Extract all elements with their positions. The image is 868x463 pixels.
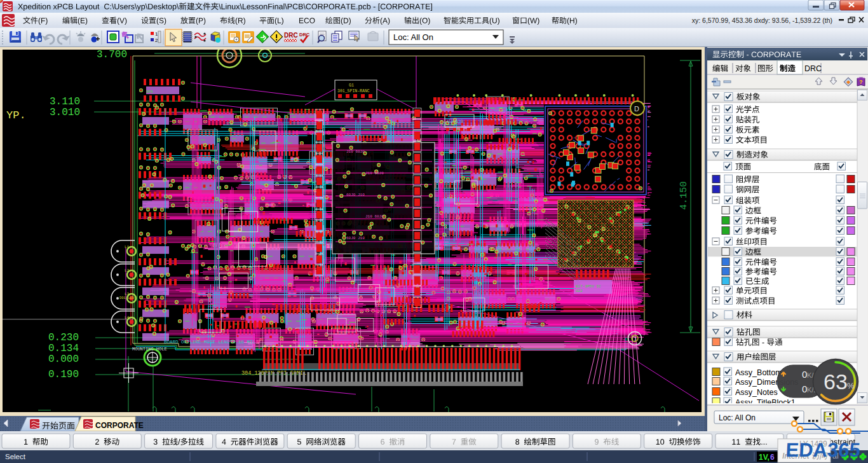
svg-text:Assy_Bottom: Assy_Bottom	[735, 368, 782, 377]
svg-text:3.110: 3.110	[50, 96, 80, 107]
svg-text:DRC: DRC	[804, 64, 822, 73]
svg-text:G1: G1	[349, 83, 354, 88]
svg-text:60J0 J10: 60J0 J10	[346, 236, 365, 240]
svg-text:J10 60J0: J10 60J0	[346, 149, 365, 154]
svg-text:D: D	[634, 105, 639, 113]
svg-text:BOARD OUTLINE MUST LENGTH 10: BOARD OUTLINE MUST LENGTH 10 MIL	[164, 340, 256, 345]
svg-text:D01 LED: D01 LED	[119, 296, 135, 300]
svg-text:63: 63	[824, 370, 848, 394]
svg-text:1V,: 1V,	[759, 453, 770, 462]
svg-text:Select: Select	[5, 453, 26, 460]
svg-text:MOUNTING HOLE: MOUNTING HOLE	[132, 347, 167, 352]
svg-text:Loc: All On: Loc: All On	[719, 413, 756, 422]
svg-text:SP6: SP6	[146, 90, 153, 94]
svg-text:4.150: 4.150	[679, 181, 689, 210]
svg-text:U22: U22	[576, 289, 583, 293]
svg-text:301_5PIN-RANC: 301_5PIN-RANC	[337, 89, 370, 93]
svg-text:EDA365: EDA365	[785, 439, 861, 461]
svg-text:%: %	[847, 381, 855, 390]
svg-text:Assy_Notes: Assy_Notes	[735, 388, 778, 397]
svg-text:3.700: 3.700	[97, 49, 127, 60]
svg-text:YP.: YP.	[6, 109, 26, 121]
svg-text:2: 2	[155, 38, 158, 43]
svg-text:B17-3P5V IC: B17-3P5V IC	[576, 284, 601, 289]
svg-text:0.000: 0.000	[48, 354, 79, 365]
svg-text:Loc: All On: Loc: All On	[393, 32, 433, 42]
svg-text:0.190: 0.190	[48, 369, 79, 380]
svg-text:?: ?	[859, 79, 863, 85]
svg-text:60J0 J10: 60J0 J10	[346, 193, 365, 197]
svg-text:J10 60J0: J10 60J0	[365, 171, 384, 176]
svg-text:L1: L1	[125, 245, 130, 249]
svg-text:CORPORATE: CORPORATE	[95, 421, 144, 430]
svg-text:U4 E3B: U4 E3B	[447, 119, 463, 124]
svg-text:0.134: 0.134	[48, 343, 79, 354]
svg-text:0.230: 0.230	[48, 332, 79, 343]
svg-text:6: 6	[770, 453, 775, 462]
svg-text:xy: 6,570.99, 453.36 dxdy: 9: xy: 6,570.99, 453.36 dxdy: 93.56, -1,539…	[692, 17, 832, 24]
svg-text:3.010: 3.010	[50, 107, 80, 118]
svg-text:J10 60J0: J10 60J0	[365, 214, 384, 219]
svg-text:L2: L2	[125, 268, 130, 273]
svg-text:1: 1	[155, 31, 158, 37]
svg-text:DRC: DRC	[299, 32, 310, 38]
svg-text:L4: L4	[125, 315, 130, 320]
svg-text:DRC: DRC	[284, 32, 298, 39]
